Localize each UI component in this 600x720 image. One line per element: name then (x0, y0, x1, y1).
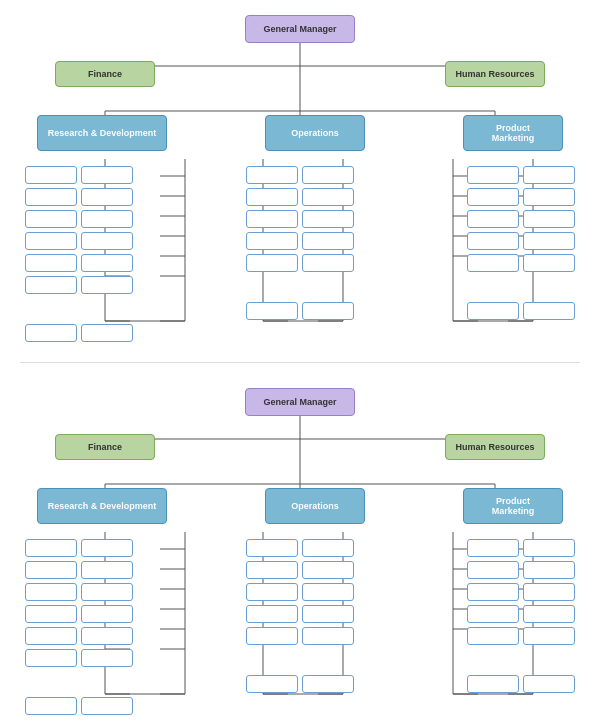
hr-box-2: Human Resources (445, 434, 545, 460)
c2-rd-empty-12 (81, 627, 133, 645)
c2-pm-empty-12 (523, 675, 575, 693)
c2-rd-empty-3 (25, 583, 77, 601)
c2-pm-empty-1 (467, 539, 519, 557)
c2-rd-empty-2 (25, 561, 77, 579)
ops-empty-4 (246, 232, 298, 250)
c2-ops-empty-11 (302, 627, 354, 645)
c2-pm-empty-2 (467, 561, 519, 579)
c2-rd-empty-7 (25, 697, 77, 715)
pm-box-2: ProductMarketing (463, 488, 563, 524)
c2-ops-empty-1 (246, 539, 298, 557)
c2-ops-empty-6 (246, 675, 298, 693)
ops-empty-1 (246, 166, 298, 184)
pm-empty-3 (467, 210, 519, 228)
c2-ops-empty-5 (246, 627, 298, 645)
c2-pm-empty-4 (467, 605, 519, 623)
pm-empty-4 (467, 232, 519, 250)
rd-empty-1 (25, 166, 77, 184)
pm-empty-11 (523, 254, 575, 272)
ops-empty-12 (302, 302, 354, 320)
c2-ops-empty-10 (302, 605, 354, 623)
c2-rd-empty-5 (25, 627, 77, 645)
c2-pm-empty-5 (467, 627, 519, 645)
c2-ops-empty-12 (302, 675, 354, 693)
c2-ops-empty-8 (302, 561, 354, 579)
ops-box-2: Operations (265, 488, 365, 524)
c2-rd-empty-14 (81, 697, 133, 715)
org-chart-1: General Manager Finance Human Resources … (15, 10, 585, 342)
rd-empty-5 (25, 254, 77, 272)
c2-ops-empty-7 (302, 539, 354, 557)
pm-empty-12 (523, 302, 575, 320)
c2-rd-empty-13 (81, 649, 133, 667)
rd-empty-9 (81, 188, 133, 206)
pm-empty-5 (467, 254, 519, 272)
general-manager-box-1: General Manager (245, 15, 355, 43)
rd-empty-6 (25, 276, 77, 294)
pm-box-1: ProductMarketing (463, 115, 563, 151)
ops-empty-5 (246, 254, 298, 272)
pm-empty-2 (467, 188, 519, 206)
ops-empty-8 (302, 188, 354, 206)
c2-pm-empty-9 (523, 583, 575, 601)
rd-box-1: Research & Development (37, 115, 167, 151)
rd-empty-13 (81, 276, 133, 294)
c2-pm-empty-8 (523, 561, 575, 579)
pm-empty-7 (523, 166, 575, 184)
ops-empty-11 (302, 254, 354, 272)
rd-box-2: Research & Development (37, 488, 167, 524)
c2-pm-empty-7 (523, 539, 575, 557)
rd-empty-11 (81, 232, 133, 250)
c2-ops-empty-9 (302, 583, 354, 601)
rd-empty-12 (81, 254, 133, 272)
c2-ops-empty-2 (246, 561, 298, 579)
finance-box-2: Finance (55, 434, 155, 460)
pm-empty-9 (523, 210, 575, 228)
ops-empty-2 (246, 188, 298, 206)
c2-rd-empty-6 (25, 649, 77, 667)
rd-empty-14 (81, 324, 133, 342)
rd-empty-2 (25, 188, 77, 206)
rd-empty-10 (81, 210, 133, 228)
rd-empty-7 (25, 324, 77, 342)
c2-ops-empty-4 (246, 605, 298, 623)
ops-empty-7 (302, 166, 354, 184)
pm-empty-6 (467, 302, 519, 320)
section-divider (20, 362, 580, 363)
c2-pm-empty-3 (467, 583, 519, 601)
rd-empty-4 (25, 232, 77, 250)
org-chart-2: General Manager Finance Human Resources … (15, 383, 585, 715)
c2-pm-empty-11 (523, 627, 575, 645)
c2-rd-empty-9 (81, 561, 133, 579)
c2-rd-empty-11 (81, 605, 133, 623)
rd-empty-8 (81, 166, 133, 184)
ops-empty-9 (302, 210, 354, 228)
c2-rd-empty-1 (25, 539, 77, 557)
ops-box-1: Operations (265, 115, 365, 151)
c2-rd-empty-8 (81, 539, 133, 557)
general-manager-box-2: General Manager (245, 388, 355, 416)
pm-empty-1 (467, 166, 519, 184)
finance-box-1: Finance (55, 61, 155, 87)
page: General Manager Finance Human Resources … (0, 0, 600, 720)
c2-pm-empty-10 (523, 605, 575, 623)
c2-rd-empty-4 (25, 605, 77, 623)
c2-rd-empty-10 (81, 583, 133, 601)
c2-pm-empty-6 (467, 675, 519, 693)
pm-empty-10 (523, 232, 575, 250)
ops-empty-3 (246, 210, 298, 228)
ops-empty-10 (302, 232, 354, 250)
hr-box-1: Human Resources (445, 61, 545, 87)
pm-empty-8 (523, 188, 575, 206)
rd-empty-3 (25, 210, 77, 228)
ops-empty-6 (246, 302, 298, 320)
c2-ops-empty-3 (246, 583, 298, 601)
